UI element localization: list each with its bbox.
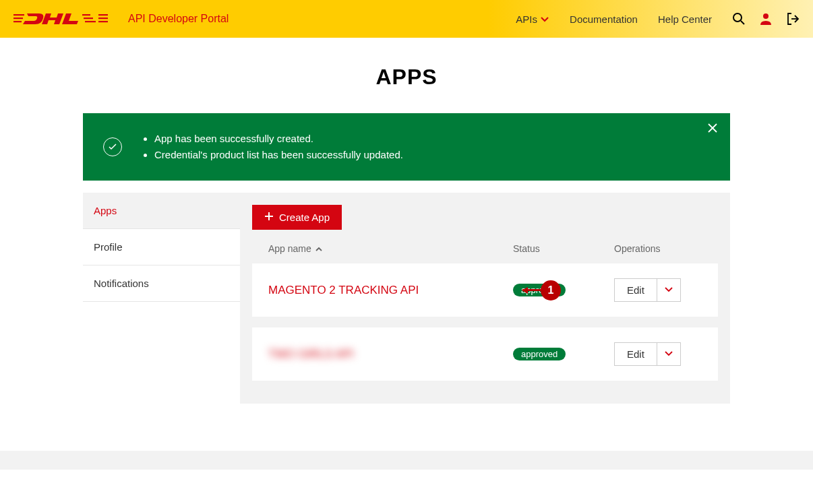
app-row: MAGENTO 2 TRACKING API 1 approved Edit [252,263,718,317]
nav-links: APIs Documentation Help Center [516,13,712,25]
footer-bar [0,451,813,470]
app-name-link[interactable]: MAGENTO 2 TRACKING API 1 [268,284,513,297]
nav-help-center-label: Help Center [658,13,712,25]
sidebar-item-profile[interactable]: Profile [83,229,240,265]
create-app-button[interactable]: Create App [252,205,342,230]
column-status: Status [513,243,614,254]
alert-message: App has been successfully created. [154,131,403,147]
arrow-icon [522,289,541,291]
row-actions-dropdown[interactable] [657,278,681,302]
chevron-down-icon [664,349,673,359]
top-header: API Developer Portal APIs Documentation … [0,0,813,38]
logo-area: API Developer Portal [13,12,229,26]
annotation-number: 1 [541,280,561,301]
app-name-text: MAGENTO 2 TRACKING API [268,284,419,296]
chevron-down-icon [664,285,673,295]
check-icon [103,137,122,156]
sidebar-item-label: Profile [94,241,123,253]
plus-icon [264,212,274,223]
app-name-link[interactable]: TWO GIRLS API [268,348,513,361]
svg-line-10 [741,21,744,24]
user-icon[interactable] [759,12,773,26]
sidebar-item-notifications[interactable]: Notifications [83,265,240,302]
chevron-down-icon [540,13,549,25]
nav-documentation[interactable]: Documentation [570,13,638,25]
svg-point-11 [763,13,769,19]
svg-rect-5 [85,21,96,22]
logout-icon[interactable] [786,12,800,26]
app-row: TWO GIRLS API approved Edit [252,327,718,381]
nav-help-center[interactable]: Help Center [658,13,712,25]
page-title: APPS [0,65,813,90]
close-icon[interactable] [707,123,718,136]
success-alert: App has been successfully created. Crede… [83,113,730,181]
column-operations: Operations [614,243,702,254]
status-badge: approved [513,348,566,360]
content-panel: Create App App name Status Operations MA… [240,193,730,404]
nav-apis[interactable]: APIs [516,13,549,25]
sidebar: Apps Profile Notifications [83,193,240,404]
dhl-logo[interactable] [13,12,108,26]
table-header: App name Status Operations [252,230,718,263]
row-actions-dropdown[interactable] [657,342,681,366]
column-app-name-label: App name [268,243,311,254]
alert-message: Credential's product list has been succe… [154,147,403,163]
svg-rect-8 [98,21,108,22]
nav-documentation-label: Documentation [570,13,638,25]
svg-rect-2 [13,21,22,22]
search-icon[interactable] [732,12,746,26]
sort-asc-icon [315,243,322,254]
svg-rect-6 [98,14,108,15]
edit-button[interactable]: Edit [614,342,657,366]
portal-title[interactable]: API Developer Portal [128,13,229,25]
alert-message-list: App has been successfully created. Crede… [140,131,403,163]
svg-rect-0 [13,14,24,15]
edit-button[interactable]: Edit [614,278,657,302]
sidebar-item-label: Apps [94,205,117,216]
svg-rect-3 [82,14,90,15]
svg-rect-7 [98,18,108,19]
app-name-text: TWO GIRLS API [268,348,354,360]
sidebar-item-label: Notifications [94,278,149,289]
app-status: approved [513,348,614,360]
svg-point-9 [733,13,742,22]
annotation-callout: 1 [522,280,561,301]
column-app-name[interactable]: App name [268,243,513,254]
sidebar-item-apps[interactable]: Apps [83,193,240,229]
svg-rect-4 [84,18,93,19]
create-app-label: Create App [279,212,330,223]
nav-apis-label: APIs [516,13,537,25]
svg-rect-1 [13,18,23,19]
